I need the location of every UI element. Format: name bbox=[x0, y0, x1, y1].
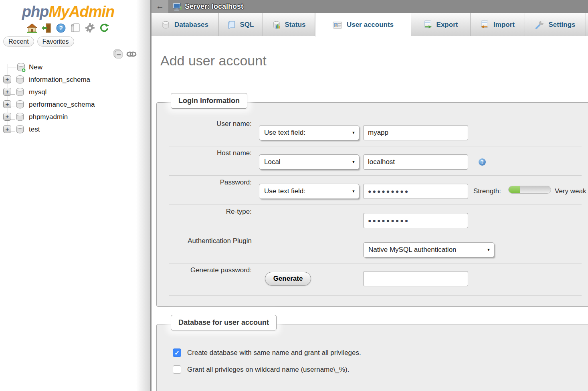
login-information-legend: Login Information bbox=[171, 93, 247, 109]
tab-label: SQL bbox=[240, 21, 254, 29]
login-information-fieldset: Login Information User name: Use text fi… bbox=[156, 102, 588, 307]
tab-settings[interactable]: Settings bbox=[525, 13, 586, 36]
row-divider bbox=[169, 205, 582, 205]
gear-icon[interactable] bbox=[85, 22, 95, 33]
tab-databases[interactable]: Databases bbox=[152, 13, 219, 36]
tree-item-mysql[interactable]: + mysql bbox=[0, 86, 136, 98]
tree-item-label: New bbox=[29, 61, 42, 73]
database-icon bbox=[15, 99, 25, 111]
user-name-label: User name: bbox=[157, 120, 252, 128]
row-divider bbox=[169, 175, 582, 176]
favorites-button[interactable]: Favorites bbox=[37, 36, 74, 47]
tree-item-test[interactable]: + test bbox=[0, 123, 136, 136]
expand-icon[interactable]: + bbox=[3, 88, 11, 96]
chevron-down-icon: ▼ bbox=[348, 160, 359, 164]
tab-sql[interactable]: SQL bbox=[219, 13, 263, 36]
row-divider bbox=[169, 146, 582, 146]
expand-icon[interactable]: + bbox=[3, 100, 11, 108]
host-name-label: Host name: bbox=[157, 149, 252, 157]
checkbox-label: Grant all privileges on wildcard name (u… bbox=[187, 366, 349, 374]
generate-button[interactable]: Generate bbox=[265, 272, 311, 286]
expand-icon[interactable]: + bbox=[3, 113, 11, 121]
tree-item-label: information_schema bbox=[29, 73, 90, 86]
create-database-checkbox[interactable]: ✓ bbox=[173, 348, 181, 357]
select-value: Use text field: bbox=[259, 129, 348, 137]
tab-label: Status bbox=[285, 21, 306, 29]
tree-item-label: mysql bbox=[29, 86, 46, 98]
password-input[interactable] bbox=[363, 184, 468, 199]
tree-item-information-schema[interactable]: + information_schema bbox=[0, 73, 136, 86]
create-database-checkbox-row[interactable]: ✓ Create database with same name and gra… bbox=[173, 348, 361, 357]
user-name-input[interactable] bbox=[363, 125, 468, 140]
host-help-icon[interactable]: ? bbox=[479, 158, 486, 166]
collapse-all-icon[interactable] bbox=[113, 49, 124, 61]
chevron-down-icon: ▼ bbox=[348, 131, 359, 135]
auth-plugin-label: Authentication Plugin bbox=[157, 237, 252, 245]
generate-button-label: Generate bbox=[273, 275, 303, 283]
host-name-type-select[interactable]: Local ▼ bbox=[259, 154, 359, 170]
tab-label: Settings bbox=[548, 21, 575, 29]
expand-icon[interactable]: + bbox=[3, 125, 11, 133]
tab-export[interactable]: Export bbox=[411, 13, 471, 36]
panel-divider[interactable] bbox=[150, 0, 152, 391]
server-breadcrumb: Server: localhost bbox=[172, 0, 243, 13]
tree-tools bbox=[113, 49, 137, 61]
tree-item-label: test bbox=[29, 123, 40, 136]
tree-branch-line bbox=[8, 67, 16, 67]
navigation-sidebar: phpMyAdmin ? bbox=[0, 0, 150, 391]
back-arrow-button[interactable]: ← bbox=[152, 0, 168, 13]
favorites-button-label: Favorites bbox=[42, 38, 69, 45]
tree-item-phpmyadmin[interactable]: + phpmyadmin bbox=[0, 111, 136, 123]
unlink-databases-icon[interactable] bbox=[126, 51, 137, 59]
documentation-icon[interactable] bbox=[70, 22, 81, 33]
generated-password-input[interactable] bbox=[363, 271, 468, 286]
tree-branch-line bbox=[11, 107, 15, 107]
home-icon[interactable] bbox=[27, 22, 38, 33]
password-label: Password: bbox=[157, 178, 252, 186]
user-name-type-select[interactable]: Use text field: ▼ bbox=[259, 125, 359, 140]
server-monitor-icon bbox=[172, 2, 182, 11]
tree-branch-line bbox=[11, 94, 15, 95]
grant-wildcard-checkbox[interactable] bbox=[173, 365, 181, 374]
select-value: Local bbox=[259, 158, 348, 166]
select-value: Native MySQL authentication bbox=[364, 246, 483, 254]
reload-icon[interactable] bbox=[99, 22, 110, 33]
tree-branch-line bbox=[11, 82, 15, 82]
tab-label: User accounts bbox=[347, 21, 394, 29]
tree-item-performance-schema[interactable]: + performance_schema bbox=[0, 98, 136, 111]
row-divider bbox=[169, 295, 582, 296]
phpmyadmin-logo[interactable]: phpMyAdmin bbox=[0, 3, 136, 20]
expand-icon[interactable]: + bbox=[3, 75, 11, 83]
export-icon bbox=[424, 20, 432, 29]
row-divider bbox=[169, 263, 582, 263]
retype-password-input[interactable] bbox=[363, 213, 468, 228]
retype-label: Re-type: bbox=[157, 208, 252, 216]
database-for-user-fieldset: Database for user account ✓ Create datab… bbox=[156, 324, 588, 391]
tab-status[interactable]: Status bbox=[263, 13, 315, 36]
chevron-down-icon: ▼ bbox=[348, 189, 359, 193]
server-breadcrumb-label: Server: localhost bbox=[185, 2, 243, 11]
strength-meter-fill bbox=[509, 186, 520, 193]
auth-plugin-select[interactable]: Native MySQL authentication ▼ bbox=[363, 242, 494, 257]
tree-branch-line bbox=[11, 132, 15, 132]
log-out-icon[interactable] bbox=[41, 22, 52, 33]
host-name-input[interactable] bbox=[363, 154, 468, 170]
main-tab-bar: Databases SQL Status bbox=[152, 13, 588, 36]
database-icon bbox=[162, 20, 170, 29]
tree-item-label: phpmyadmin bbox=[29, 111, 68, 123]
select-value: Use text field: bbox=[259, 187, 348, 195]
tab-label: Export bbox=[436, 21, 458, 29]
help-icon[interactable]: ? bbox=[56, 22, 67, 33]
tree-item-new[interactable]: New bbox=[0, 61, 136, 73]
tab-import[interactable]: Import bbox=[471, 13, 525, 36]
tab-user-accounts[interactable]: User accounts bbox=[315, 13, 411, 36]
logo-php-text: php bbox=[22, 3, 49, 20]
database-for-user-legend: Database for user account bbox=[171, 315, 277, 330]
strength-value: Very weak bbox=[555, 187, 586, 195]
grant-wildcard-checkbox-row[interactable]: Grant all privileges on wildcard name (u… bbox=[173, 365, 349, 374]
sidebar-scroll-edge bbox=[136, 0, 150, 391]
password-type-select[interactable]: Use text field: ▼ bbox=[259, 184, 359, 199]
database-icon bbox=[15, 112, 25, 124]
recent-button[interactable]: Recent bbox=[3, 36, 34, 47]
recent-button-label: Recent bbox=[8, 38, 29, 45]
